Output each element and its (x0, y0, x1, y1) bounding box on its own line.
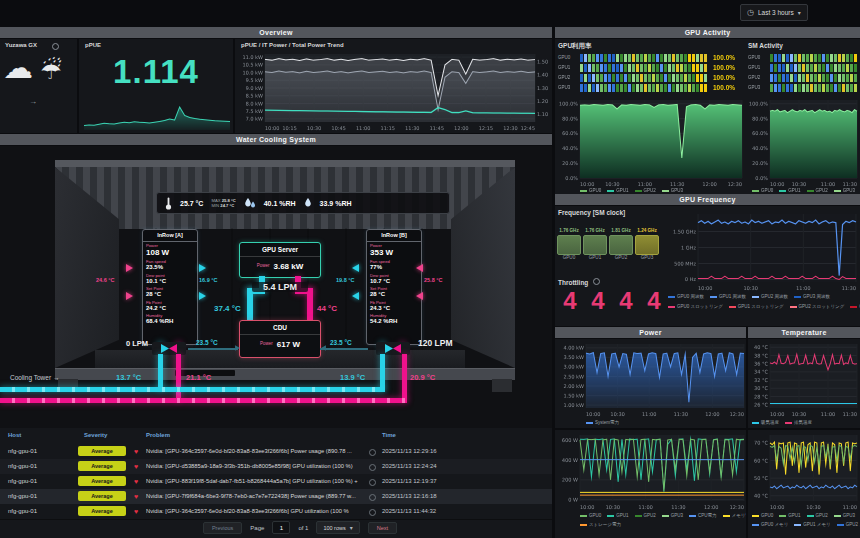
hot-air-arrow (416, 292, 423, 300)
main-pipe-cold (0, 387, 385, 392)
legend-item[interactable]: GPU2 周波数 (752, 294, 788, 299)
legend-item[interactable]: GPU2 スロットリング (790, 304, 845, 309)
umbrella-rain-icon: ☔ (40, 59, 62, 83)
inrow-a-cold-temp: 16.9 °C (199, 277, 217, 283)
next-button[interactable]: Next (368, 522, 397, 534)
legend-item[interactable]: GPU0 周波数 (668, 294, 704, 299)
legend-item[interactable]: GPU3 (662, 188, 683, 193)
table-row[interactable]: nfg-gpu-01 Average ♥ Nvidia: [GPU-7f9f68… (0, 489, 552, 505)
temperature-chart[interactable] (748, 340, 860, 418)
legend-item[interactable]: GPU2 (807, 188, 828, 193)
legend-item[interactable]: GPU1 (779, 513, 800, 518)
col-severity[interactable]: Severity (84, 432, 107, 438)
legend-item[interactable]: CPU電力 (689, 513, 717, 518)
power-trend-chart[interactable] (237, 50, 551, 132)
heat-row: GPU3 (748, 84, 860, 92)
row-header-water-cooling[interactable]: Water Cooling System (0, 134, 552, 145)
row-header-gpu-activity[interactable]: GPU Activity (555, 27, 860, 38)
table-row[interactable]: nfg-gpu-01 Average ♥ Nvidia: [GPU-883f19… (0, 474, 552, 490)
row-header-power[interactable]: Power (555, 327, 746, 338)
page-input[interactable] (272, 521, 290, 534)
heat-row: GPU3 100.0% (558, 84, 748, 92)
legend-item[interactable]: System電力 (586, 420, 619, 425)
rows-per-page-select[interactable]: 100 rows ▾ (316, 521, 359, 534)
gpu-power-legend-2: ストレージ電力 (580, 522, 746, 527)
col-time[interactable]: Time (382, 432, 396, 438)
riser-cold (380, 354, 385, 390)
heat-row: GPU0 (748, 54, 860, 62)
legend-item[interactable]: GPU1 (607, 188, 628, 193)
tower-return-b: 20.9 °C (410, 373, 435, 382)
legend-item[interactable]: GPU1 (779, 188, 800, 193)
legend-item[interactable]: GPU1 メモリ (794, 522, 830, 527)
gpu-temp-legend: GPU0GPU1GPU2GPU3 (752, 513, 860, 518)
legend-item[interactable]: GPU0 (752, 188, 773, 193)
info-icon[interactable] (369, 464, 376, 471)
table-row[interactable]: nfg-gpu-01 Average ♥ Nvidia: [GPU-d53885… (0, 459, 552, 475)
row-header-overview[interactable]: Overview (0, 27, 552, 38)
environment-bar: 25.7 °C MAX 25.8 °C MIN 24.7 °C 40.1 %RH… (156, 192, 450, 214)
legend-item[interactable]: GPU2 メモリ (837, 522, 860, 527)
legend-item[interactable]: GPU3 (834, 188, 855, 193)
time-range-picker[interactable]: ◷ Last 3 hours ▾ (740, 4, 808, 21)
problems-table: Host Severity Problem Time nfg-gpu-01 Av… (0, 428, 552, 538)
legend-item[interactable]: GPU0 メモリ (752, 522, 788, 527)
cloud-icon: ☁ (3, 53, 33, 83)
severity-badge: Average (78, 461, 126, 471)
info-icon[interactable] (369, 449, 376, 456)
legend-item[interactable]: メモリ電力 (723, 513, 746, 518)
util-area-chart[interactable] (556, 96, 746, 188)
table-row[interactable]: nfg-gpu-01 Average ♥ Nvidia: [GPU-364c35… (0, 444, 552, 460)
legend-item[interactable]: GPU0 (580, 188, 601, 193)
legend-item[interactable]: GPU1 (607, 513, 628, 518)
cooling-tower-label: Cooling Tower → (10, 374, 59, 381)
chevron-down-icon: ▾ (798, 9, 801, 16)
sm-legend: GPU0GPU1GPU2GPU3 (752, 188, 860, 193)
legend-item[interactable]: GPU0 (580, 513, 601, 518)
time-range-label: Last 3 hours (758, 9, 794, 16)
legend-item[interactable]: GPU0 スロットリング (668, 304, 723, 309)
util-heatmap-gpu3 (580, 84, 710, 92)
info-icon[interactable] (593, 278, 600, 285)
inrow-b-cold-temp: 19.8 °C (336, 277, 354, 283)
freq-legend-2: GPU0 スロットリングGPU1 スロットリングGPU2 スロットリングGPU3… (668, 304, 860, 309)
util-heatmap-gpu2 (580, 74, 710, 82)
frequency-chart[interactable] (652, 210, 860, 292)
problem-status-icon: ♥ (134, 489, 138, 504)
gpu-temp-chart[interactable] (748, 431, 860, 511)
coolant-pipe-cold (247, 288, 253, 320)
row-header-temperature[interactable]: Temperature (748, 327, 860, 338)
info-icon[interactable] (52, 43, 59, 50)
inrow-b-title: InRow [B] (367, 230, 421, 242)
info-icon[interactable] (369, 479, 376, 486)
legend-item[interactable]: GPU3 周波数 (794, 294, 830, 299)
legend-item[interactable]: GPU2 (635, 188, 656, 193)
legend-item[interactable]: GPU3 (834, 513, 855, 518)
cold-air-arrow (352, 264, 359, 272)
ppue-value: 1.114 (79, 53, 233, 91)
cdu-right-temp: 23.5 °C (330, 339, 352, 346)
previous-button[interactable]: Previous (203, 522, 242, 534)
power-legend: System電力 (586, 420, 736, 425)
gpu-power-chart[interactable] (556, 431, 748, 511)
legend-item[interactable]: 排気温度 (785, 420, 812, 425)
legend-item[interactable]: 吸気温度 (752, 420, 779, 425)
table-row[interactable]: nfg-gpu-01 Average ♥ Nvidia: [GPU-364c35… (0, 504, 552, 520)
info-icon[interactable] (369, 509, 376, 516)
legend-item[interactable]: GPU2 (807, 513, 828, 518)
gpu-temp-legend-2: GPU0 メモリGPU1 メモリGPU2 メモリ (752, 522, 860, 527)
row-header-gpu-frequency[interactable]: GPU Frequency (555, 194, 860, 205)
col-host[interactable]: Host (8, 432, 21, 438)
legend-item[interactable]: GPU0 (752, 513, 773, 518)
power-chart[interactable] (556, 340, 748, 418)
legend-item[interactable]: GPU3 (662, 513, 683, 518)
legend-item[interactable]: GPU1 スロットリング (729, 304, 784, 309)
legend-item[interactable]: GPU1 周波数 (710, 294, 746, 299)
cdu-power: 617 W (277, 340, 300, 349)
legend-item[interactable]: GPU3 スロットリング (850, 304, 860, 309)
legend-item[interactable]: GPU2 (635, 513, 656, 518)
legend-item[interactable]: ストレージ電力 (580, 522, 621, 527)
info-icon[interactable] (369, 494, 376, 501)
sm-area-chart[interactable] (746, 96, 860, 188)
col-problem[interactable]: Problem (146, 432, 170, 438)
